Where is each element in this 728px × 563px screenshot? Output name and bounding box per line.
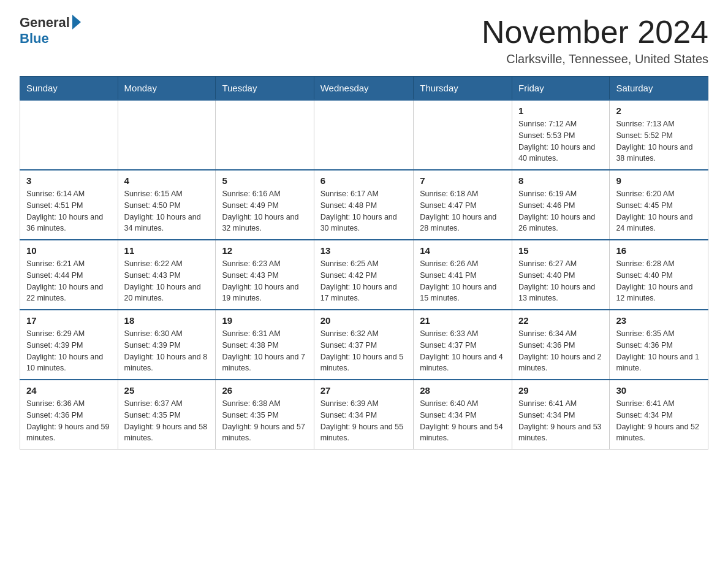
day-number: 16 xyxy=(616,245,702,256)
day-info: Sunrise: 6:22 AM Sunset: 4:43 PM Dayligh… xyxy=(124,258,210,304)
day-info: Sunrise: 6:15 AM Sunset: 4:50 PM Dayligh… xyxy=(124,188,210,234)
day-number: 10 xyxy=(26,245,112,256)
day-number: 19 xyxy=(222,315,307,326)
day-number: 20 xyxy=(320,315,408,326)
day-info: Sunrise: 6:26 AM Sunset: 4:41 PM Dayligh… xyxy=(420,258,506,304)
calendar-week-5: 24Sunrise: 6:36 AM Sunset: 4:36 PM Dayli… xyxy=(20,380,708,450)
day-of-week-sunday: Sunday xyxy=(20,77,118,101)
day-number: 6 xyxy=(320,175,408,186)
day-info: Sunrise: 6:29 AM Sunset: 4:39 PM Dayligh… xyxy=(26,328,112,374)
day-number: 22 xyxy=(518,315,603,326)
calendar-cell: 26Sunrise: 6:38 AM Sunset: 4:35 PM Dayli… xyxy=(216,380,314,450)
title-area: November 2024 Clarksville, Tennessee, Un… xyxy=(482,15,708,66)
calendar-cell xyxy=(20,100,118,170)
days-header-row: SundayMondayTuesdayWednesdayThursdayFrid… xyxy=(20,77,708,101)
calendar-week-3: 10Sunrise: 6:21 AM Sunset: 4:44 PM Dayli… xyxy=(20,240,708,310)
day-info: Sunrise: 6:37 AM Sunset: 4:35 PM Dayligh… xyxy=(124,398,210,444)
calendar-week-2: 3Sunrise: 6:14 AM Sunset: 4:51 PM Daylig… xyxy=(20,170,708,240)
calendar-cell: 14Sunrise: 6:26 AM Sunset: 4:41 PM Dayli… xyxy=(414,240,512,310)
day-of-week-wednesday: Wednesday xyxy=(314,77,414,101)
day-info: Sunrise: 6:17 AM Sunset: 4:48 PM Dayligh… xyxy=(320,188,408,234)
day-number: 17 xyxy=(26,315,112,326)
page-header: General Blue November 2024 Clarksville, … xyxy=(20,15,708,66)
calendar-cell: 13Sunrise: 6:25 AM Sunset: 4:42 PM Dayli… xyxy=(314,240,414,310)
calendar-cell: 17Sunrise: 6:29 AM Sunset: 4:39 PM Dayli… xyxy=(20,310,118,380)
calendar-week-4: 17Sunrise: 6:29 AM Sunset: 4:39 PM Dayli… xyxy=(20,310,708,380)
day-of-week-friday: Friday xyxy=(512,77,610,101)
calendar-cell: 19Sunrise: 6:31 AM Sunset: 4:38 PM Dayli… xyxy=(216,310,314,380)
calendar-cell xyxy=(314,100,414,170)
day-of-week-monday: Monday xyxy=(118,77,216,101)
day-number: 26 xyxy=(222,385,307,396)
calendar-cell: 18Sunrise: 6:30 AM Sunset: 4:39 PM Dayli… xyxy=(118,310,216,380)
calendar-cell xyxy=(118,100,216,170)
logo-area: General Blue xyxy=(20,15,81,47)
calendar-cell: 15Sunrise: 6:27 AM Sunset: 4:40 PM Dayli… xyxy=(512,240,610,310)
day-info: Sunrise: 6:25 AM Sunset: 4:42 PM Dayligh… xyxy=(320,258,408,304)
day-number: 21 xyxy=(420,315,506,326)
calendar-cell: 20Sunrise: 6:32 AM Sunset: 4:37 PM Dayli… xyxy=(314,310,414,380)
calendar-cell: 2Sunrise: 7:13 AM Sunset: 5:52 PM Daylig… xyxy=(610,100,708,170)
day-number: 5 xyxy=(222,175,307,186)
calendar-cell: 24Sunrise: 6:36 AM Sunset: 4:36 PM Dayli… xyxy=(20,380,118,450)
day-number: 15 xyxy=(518,245,603,256)
logo-blue: Blue xyxy=(20,31,49,47)
day-info: Sunrise: 6:23 AM Sunset: 4:43 PM Dayligh… xyxy=(222,258,307,304)
calendar-cell: 6Sunrise: 6:17 AM Sunset: 4:48 PM Daylig… xyxy=(314,170,414,240)
calendar-cell: 3Sunrise: 6:14 AM Sunset: 4:51 PM Daylig… xyxy=(20,170,118,240)
calendar-cell: 10Sunrise: 6:21 AM Sunset: 4:44 PM Dayli… xyxy=(20,240,118,310)
calendar-cell: 29Sunrise: 6:41 AM Sunset: 4:34 PM Dayli… xyxy=(512,380,610,450)
day-number: 25 xyxy=(124,385,210,396)
day-info: Sunrise: 6:14 AM Sunset: 4:51 PM Dayligh… xyxy=(26,188,112,234)
day-info: Sunrise: 6:41 AM Sunset: 4:34 PM Dayligh… xyxy=(616,398,702,444)
day-info: Sunrise: 6:41 AM Sunset: 4:34 PM Dayligh… xyxy=(518,398,603,444)
day-info: Sunrise: 6:27 AM Sunset: 4:40 PM Dayligh… xyxy=(518,258,603,304)
day-number: 24 xyxy=(26,385,112,396)
day-number: 13 xyxy=(320,245,408,256)
calendar-cell xyxy=(414,100,512,170)
calendar-cell: 25Sunrise: 6:37 AM Sunset: 4:35 PM Dayli… xyxy=(118,380,216,450)
calendar-cell: 27Sunrise: 6:39 AM Sunset: 4:34 PM Dayli… xyxy=(314,380,414,450)
calendar-cell: 4Sunrise: 6:15 AM Sunset: 4:50 PM Daylig… xyxy=(118,170,216,240)
day-info: Sunrise: 6:40 AM Sunset: 4:34 PM Dayligh… xyxy=(420,398,506,444)
day-of-week-saturday: Saturday xyxy=(610,77,708,101)
day-number: 30 xyxy=(616,385,702,396)
day-number: 2 xyxy=(616,105,702,116)
calendar-cell xyxy=(216,100,314,170)
day-number: 4 xyxy=(124,175,210,186)
calendar-cell: 11Sunrise: 6:22 AM Sunset: 4:43 PM Dayli… xyxy=(118,240,216,310)
day-number: 1 xyxy=(518,105,603,116)
day-info: Sunrise: 6:33 AM Sunset: 4:37 PM Dayligh… xyxy=(420,328,506,374)
day-info: Sunrise: 6:31 AM Sunset: 4:38 PM Dayligh… xyxy=(222,328,307,374)
day-number: 11 xyxy=(124,245,210,256)
day-number: 3 xyxy=(26,175,112,186)
day-info: Sunrise: 6:30 AM Sunset: 4:39 PM Dayligh… xyxy=(124,328,210,374)
day-number: 9 xyxy=(616,175,702,186)
day-number: 29 xyxy=(518,385,603,396)
day-number: 8 xyxy=(518,175,603,186)
day-of-week-tuesday: Tuesday xyxy=(216,77,314,101)
day-number: 18 xyxy=(124,315,210,326)
calendar-week-1: 1Sunrise: 7:12 AM Sunset: 5:53 PM Daylig… xyxy=(20,100,708,170)
calendar-cell: 9Sunrise: 6:20 AM Sunset: 4:45 PM Daylig… xyxy=(610,170,708,240)
calendar-cell: 16Sunrise: 6:28 AM Sunset: 4:40 PM Dayli… xyxy=(610,240,708,310)
day-number: 23 xyxy=(616,315,702,326)
day-info: Sunrise: 6:34 AM Sunset: 4:36 PM Dayligh… xyxy=(518,328,603,374)
day-number: 7 xyxy=(420,175,506,186)
day-of-week-thursday: Thursday xyxy=(414,77,512,101)
logo-general: General xyxy=(20,15,70,31)
logo-arrow-icon xyxy=(72,15,81,29)
calendar-cell: 22Sunrise: 6:34 AM Sunset: 4:36 PM Dayli… xyxy=(512,310,610,380)
day-number: 28 xyxy=(420,385,506,396)
day-info: Sunrise: 6:18 AM Sunset: 4:47 PM Dayligh… xyxy=(420,188,506,234)
calendar-cell: 5Sunrise: 6:16 AM Sunset: 4:49 PM Daylig… xyxy=(216,170,314,240)
day-info: Sunrise: 6:32 AM Sunset: 4:37 PM Dayligh… xyxy=(320,328,408,374)
day-info: Sunrise: 6:39 AM Sunset: 4:34 PM Dayligh… xyxy=(320,398,408,444)
day-number: 27 xyxy=(320,385,408,396)
day-info: Sunrise: 6:20 AM Sunset: 4:45 PM Dayligh… xyxy=(616,188,702,234)
calendar-cell: 8Sunrise: 6:19 AM Sunset: 4:46 PM Daylig… xyxy=(512,170,610,240)
calendar-cell: 30Sunrise: 6:41 AM Sunset: 4:34 PM Dayli… xyxy=(610,380,708,450)
calendar-cell: 28Sunrise: 6:40 AM Sunset: 4:34 PM Dayli… xyxy=(414,380,512,450)
location-title: Clarksville, Tennessee, United States xyxy=(482,52,708,66)
day-number: 14 xyxy=(420,245,506,256)
